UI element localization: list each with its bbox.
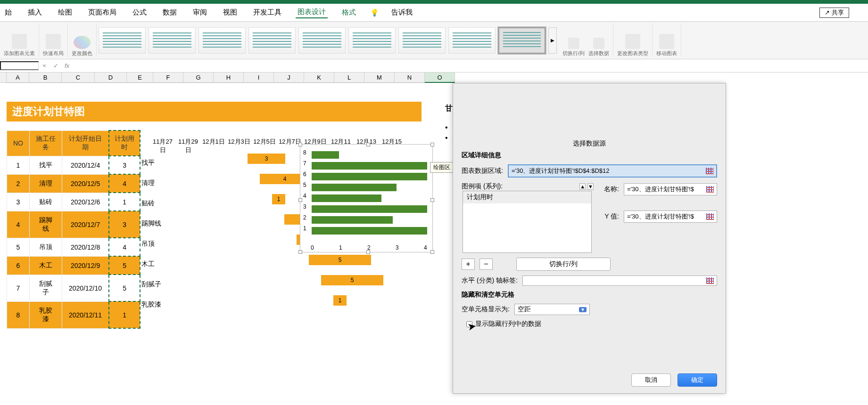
col-o[interactable]: O bbox=[425, 73, 455, 83]
col-b[interactable]: B bbox=[29, 73, 62, 83]
range-picker-icon[interactable] bbox=[706, 277, 714, 284]
haxis-label: 水平 (分类) 轴标签: bbox=[462, 276, 518, 285]
col-i[interactable]: I bbox=[244, 73, 274, 83]
tab-draw[interactable]: 绘图 bbox=[56, 7, 74, 18]
switch-row-col-button[interactable]: 切换行/列 bbox=[516, 258, 611, 271]
series-item[interactable]: 计划用时 bbox=[463, 191, 591, 203]
haxis-input[interactable] bbox=[522, 275, 717, 286]
move-chart-icon bbox=[659, 34, 674, 49]
range-picker-icon[interactable] bbox=[706, 168, 713, 174]
remove-series-button[interactable]: − bbox=[479, 259, 493, 270]
col-n[interactable]: N bbox=[395, 73, 425, 83]
chart-style-5[interactable] bbox=[298, 27, 346, 54]
bar-1: 3 bbox=[248, 154, 285, 164]
tab-insert[interactable]: 插入 bbox=[26, 7, 44, 18]
range-picker-icon[interactable] bbox=[706, 186, 714, 193]
chart-styles-gallery[interactable]: ▶ bbox=[97, 24, 559, 57]
tab-formulas[interactable]: 公式 bbox=[131, 7, 149, 18]
select-all-corner[interactable] bbox=[0, 73, 7, 83]
series-yval-input[interactable]: ='30、进度计划甘特图'!$ bbox=[624, 211, 717, 223]
col-l[interactable]: L bbox=[334, 73, 364, 83]
tell-me[interactable]: 告诉我 bbox=[391, 8, 413, 17]
series-down-button[interactable]: ▼ bbox=[587, 183, 594, 190]
formula-input[interactable] bbox=[73, 62, 868, 69]
col-k[interactable]: K bbox=[304, 73, 334, 83]
gallery-next[interactable]: ▶ bbox=[548, 27, 557, 54]
switch-rc-icon bbox=[568, 38, 579, 49]
empty-cells-select[interactable]: 空距 ▼ bbox=[514, 304, 590, 315]
quick-layout-button[interactable]: 快速布局 bbox=[43, 34, 64, 57]
th-task: 施工任务 bbox=[30, 130, 62, 156]
col-c[interactable]: C bbox=[62, 73, 95, 83]
bulb-icon: 💡 bbox=[370, 8, 379, 17]
cancel-button[interactable]: 取消 bbox=[631, 373, 671, 387]
side-title: 甘 bbox=[445, 104, 453, 113]
dropdown-arrow-icon: ▼ bbox=[579, 307, 587, 312]
col-e[interactable]: E bbox=[127, 73, 153, 83]
show-hidden-checkbox[interactable]: 显示隐藏行列中的数据 bbox=[466, 320, 712, 328]
tab-data[interactable]: 数据 bbox=[161, 7, 179, 18]
name-label: 名称: bbox=[598, 185, 619, 194]
chart-style-7[interactable] bbox=[398, 27, 446, 54]
ok-button[interactable]: 确定 bbox=[678, 373, 717, 387]
palette-icon bbox=[74, 36, 91, 49]
name-box[interactable] bbox=[0, 61, 39, 70]
tab-layout[interactable]: 页面布局 bbox=[86, 7, 118, 18]
mini-bar-5 bbox=[312, 184, 397, 191]
change-chart-type-button[interactable]: 更改图表类型 bbox=[617, 34, 648, 57]
col-j[interactable]: J bbox=[274, 73, 304, 83]
tab-home[interactable]: 始 bbox=[3, 7, 14, 18]
chart-style-9[interactable] bbox=[498, 27, 546, 54]
formula-bar: × ✓ fx bbox=[0, 59, 868, 73]
mini-bar-7 bbox=[312, 162, 427, 170]
formula-confirm[interactable]: ✓ bbox=[50, 62, 61, 69]
chart-range-input[interactable]: ='30、进度计划甘特图'!$D$4:$D$12 bbox=[508, 164, 717, 178]
mini-bar-3 bbox=[312, 205, 427, 213]
chart-y-axis: 找平清理贴砖踢脚线吊顶木工刮腻子乳胶漆 bbox=[141, 153, 161, 315]
series-up-button[interactable]: ▲ bbox=[579, 183, 586, 190]
gantt-table: NO 施工任务 计划开始日期 计划用时 1找平2020/12/432清理2020… bbox=[7, 130, 141, 329]
chart-style-4[interactable] bbox=[248, 27, 296, 54]
th-no: NO bbox=[7, 130, 30, 156]
series-name-input[interactable]: ='30、进度计划甘特图'!$ bbox=[624, 183, 717, 195]
tab-view[interactable]: 视图 bbox=[221, 7, 239, 18]
select-data-source-dialog: 选择数据源 区域详细信息 图表数据区域: ='30、进度计划甘特图'!$D$4:… bbox=[453, 83, 726, 394]
chart-style-2[interactable] bbox=[149, 27, 196, 54]
yval-label: Y 值: bbox=[598, 212, 619, 221]
series-listbox[interactable]: 计划用时 bbox=[463, 191, 592, 253]
hidden-section: 隐藏和清空单元格 bbox=[462, 291, 717, 299]
tab-format[interactable]: 格式 bbox=[340, 7, 358, 18]
fx-icon[interactable]: fx bbox=[61, 62, 73, 69]
side-bullet-1: • bbox=[445, 123, 448, 132]
tab-developer[interactable]: 开发工具 bbox=[251, 7, 283, 18]
switch-row-col-button[interactable]: 切换行/列 bbox=[562, 38, 585, 57]
add-element-icon bbox=[12, 34, 27, 49]
chart-style-3[interactable] bbox=[198, 27, 246, 54]
col-g[interactable]: G bbox=[183, 73, 214, 83]
col-h[interactable]: H bbox=[214, 73, 244, 83]
chart-range-label: 图表数据区域: bbox=[462, 167, 503, 175]
bar-6: 5 bbox=[309, 255, 371, 265]
chart-style-1[interactable] bbox=[99, 27, 146, 54]
worksheet[interactable]: 进度计划甘特图 NO 施工任务 计划开始日期 计划用时 1找平2020/12/4… bbox=[0, 83, 868, 403]
add-chart-element-button[interactable]: 添加图表元素 bbox=[4, 34, 35, 57]
chart-style-6[interactable] bbox=[348, 27, 396, 54]
range-picker-icon[interactable] bbox=[706, 213, 714, 220]
change-type-icon bbox=[625, 34, 640, 49]
select-data-button[interactable]: 选择数据 bbox=[588, 38, 609, 57]
section-region: 区域详细信息 bbox=[462, 151, 717, 160]
mini-bar-8 bbox=[312, 151, 339, 159]
tab-chart-design[interactable]: 图表设计 bbox=[296, 7, 328, 18]
col-a[interactable]: A bbox=[7, 73, 29, 83]
tab-review[interactable]: 审阅 bbox=[191, 7, 209, 18]
change-colors-button[interactable]: 更改颜色 bbox=[72, 36, 92, 57]
move-chart-button[interactable]: 移动图表 bbox=[656, 34, 677, 57]
col-m[interactable]: M bbox=[364, 73, 395, 83]
formula-cancel[interactable]: × bbox=[39, 62, 50, 69]
col-f[interactable]: F bbox=[153, 73, 183, 83]
share-button[interactable]: ↗ 共享 bbox=[819, 8, 849, 18]
col-d[interactable]: D bbox=[95, 73, 127, 83]
add-series-button[interactable]: + bbox=[462, 259, 475, 270]
embedded-chart[interactable]: 87654321 01234 bbox=[300, 144, 433, 252]
chart-style-8[interactable] bbox=[448, 27, 496, 54]
